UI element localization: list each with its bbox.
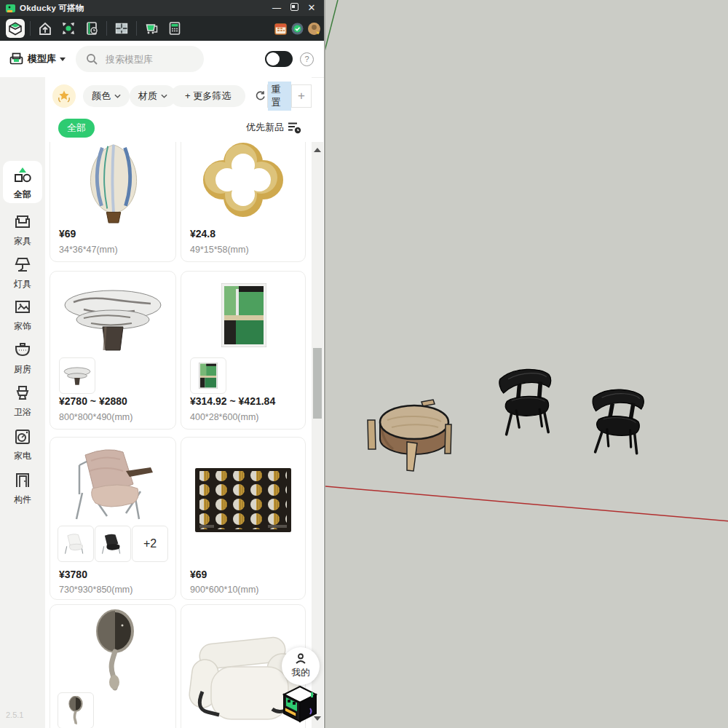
toolbar-separator bbox=[136, 21, 137, 36]
variant-thumbnail[interactable] bbox=[58, 692, 94, 728]
product-dims: 800*800*490(mm) bbox=[59, 412, 132, 422]
reset-icon[interactable] bbox=[255, 90, 266, 102]
maximize-button[interactable] bbox=[288, 2, 301, 14]
product-card-marble-table[interactable]: ¥2780 ~ ¥2880 800*800*490(mm) bbox=[50, 271, 176, 430]
duck-mascot-button[interactable] bbox=[281, 685, 319, 727]
history-catalog-tool-button[interactable] bbox=[82, 19, 101, 38]
sidebar-item-label: 构件 bbox=[0, 494, 45, 506]
floorplan-tool-button[interactable] bbox=[112, 19, 131, 38]
sidebar-item-label: 家电 bbox=[0, 450, 45, 462]
sidebar-item-appliances[interactable]: 家电 bbox=[0, 427, 45, 465]
fit-view-tool-button[interactable] bbox=[59, 19, 78, 38]
catalog-clock-icon bbox=[84, 20, 100, 36]
product-price: ¥314.92 ~ ¥421.84 bbox=[190, 395, 275, 407]
variant-thumbnail[interactable] bbox=[190, 357, 226, 394]
minimize-button[interactable]: — bbox=[270, 2, 283, 14]
product-card-rug[interactable]: ¥69 900*600*10(mm) bbox=[181, 437, 306, 600]
product-image-rug bbox=[195, 468, 291, 532]
sketchup-3d-viewport[interactable] bbox=[324, 0, 728, 728]
red-axis-line bbox=[325, 486, 728, 521]
verified-badge-icon[interactable] bbox=[290, 22, 304, 36]
add-filter-button[interactable]: + bbox=[292, 89, 311, 103]
model-coffee-table[interactable] bbox=[365, 397, 467, 480]
product-image-balloon bbox=[71, 142, 157, 223]
my-account-button[interactable]: 我的 bbox=[282, 647, 320, 685]
sidebar-item-all[interactable]: 全部 bbox=[0, 166, 45, 204]
category-rail: 全部 家具 灯具 家饰 bbox=[0, 77, 45, 728]
sidebar-item-label: 厨房 bbox=[0, 363, 45, 376]
chevron-down-icon bbox=[114, 94, 121, 98]
product-image-mirror bbox=[95, 609, 135, 691]
model-library-tool-button[interactable] bbox=[6, 19, 25, 38]
green-axis-line bbox=[325, 0, 338, 54]
search-icon bbox=[86, 53, 98, 66]
variant-thumbnail-white[interactable] bbox=[58, 526, 94, 562]
product-card-mirror[interactable] bbox=[50, 604, 176, 728]
sidebar-item-label: 灯具 bbox=[0, 278, 45, 290]
reset-button[interactable]: 重置 bbox=[268, 82, 291, 111]
lamp-icon bbox=[13, 256, 32, 274]
library-source-dropdown[interactable]: 模型库 bbox=[9, 52, 66, 67]
scrollbar-track[interactable] bbox=[312, 142, 323, 728]
product-card-green-art[interactable]: ¥314.92 ~ ¥421.84 400*28*600(mm) bbox=[181, 271, 306, 430]
sort-label[interactable]: 优先新品 bbox=[246, 121, 284, 134]
user-avatar[interactable] bbox=[307, 22, 321, 36]
sort-new-icon[interactable] bbox=[288, 121, 301, 134]
more-filters-button[interactable]: + 更多筛选 bbox=[170, 85, 245, 107]
model-black-chair-1[interactable] bbox=[491, 358, 561, 446]
home-tool-button[interactable] bbox=[36, 19, 55, 38]
sidebar-item-components[interactable]: 构件 bbox=[0, 471, 45, 509]
sidebar-item-label: 家饰 bbox=[0, 320, 45, 333]
close-button[interactable]: ✕ bbox=[305, 2, 318, 14]
material-filter-label: 材质 bbox=[138, 90, 157, 103]
cooking-pot-icon bbox=[13, 341, 32, 360]
variant-image bbox=[68, 696, 83, 725]
sidebar-item-bathroom[interactable]: 卫浴 bbox=[0, 384, 45, 422]
more-variants-button[interactable]: +2 bbox=[132, 526, 168, 562]
active-category-tag[interactable]: 全部 bbox=[58, 119, 95, 138]
product-dims: 49*15*58(mm) bbox=[190, 245, 249, 255]
variant-image bbox=[63, 364, 92, 387]
product-card-balloon[interactable]: ¥69 34*36*47(mm) bbox=[50, 142, 176, 262]
material-filter-dropdown[interactable]: 材质 bbox=[130, 85, 176, 107]
calculator-tool-button[interactable] bbox=[165, 19, 184, 38]
library-search-bar: 模型库 ? bbox=[0, 41, 324, 78]
filter-area: 颜色 材质 + 更多筛选 重置 + 全部 优先新品 bbox=[45, 77, 312, 142]
toggle-knob bbox=[266, 52, 280, 66]
variant-thumbnail-black[interactable] bbox=[95, 526, 131, 562]
search-field[interactable] bbox=[76, 46, 204, 72]
product-image-green-art bbox=[221, 283, 266, 347]
star-medal-icon bbox=[56, 88, 72, 104]
product-card-clover[interactable]: ¥24.8 49*15*58(mm) bbox=[181, 142, 306, 262]
sidebar-item-lighting[interactable]: 灯具 bbox=[0, 256, 45, 293]
model-black-chair-2[interactable] bbox=[579, 374, 655, 469]
search-input[interactable] bbox=[104, 53, 194, 66]
door-icon bbox=[13, 471, 32, 490]
product-price: ¥69 bbox=[190, 569, 207, 580]
sidebar-item-label: 卫浴 bbox=[0, 406, 45, 419]
cart-tool-button[interactable] bbox=[142, 19, 161, 38]
display-toggle[interactable] bbox=[265, 51, 293, 67]
help-button[interactable]: ? bbox=[300, 52, 314, 66]
sidebar-item-decor[interactable]: 家饰 bbox=[0, 298, 45, 336]
home-upload-icon bbox=[37, 20, 53, 36]
washing-machine-icon bbox=[13, 427, 32, 446]
product-dims: 400*28*600(mm) bbox=[190, 412, 259, 422]
sofa-icon bbox=[13, 213, 32, 232]
chevron-down-icon bbox=[60, 58, 66, 61]
product-price: ¥69 bbox=[59, 228, 76, 240]
variant-thumbnail[interactable] bbox=[59, 357, 95, 394]
scrollbar-thumb[interactable] bbox=[313, 348, 322, 419]
sidebar-item-kitchen[interactable]: 厨房 bbox=[0, 341, 45, 379]
product-image-armchair bbox=[65, 446, 163, 522]
featured-filter-button[interactable] bbox=[52, 84, 76, 108]
product-price: ¥2780 ~ ¥2880 bbox=[59, 395, 127, 407]
scroll-up-arrow[interactable] bbox=[314, 148, 321, 152]
okducky-plugin-window: Okducky 可搭物 — ✕ bbox=[0, 0, 728, 728]
product-card-armchair[interactable]: +2 ¥3780 730*930*850(mm) bbox=[50, 437, 176, 600]
color-filter-dropdown[interactable]: 颜色 bbox=[83, 85, 130, 107]
calendar-icon[interactable] bbox=[274, 22, 288, 36]
sidebar-item-furniture[interactable]: 家具 bbox=[0, 213, 45, 250]
color-filter-label: 颜色 bbox=[92, 90, 111, 103]
shopping-cart-icon bbox=[143, 20, 159, 36]
